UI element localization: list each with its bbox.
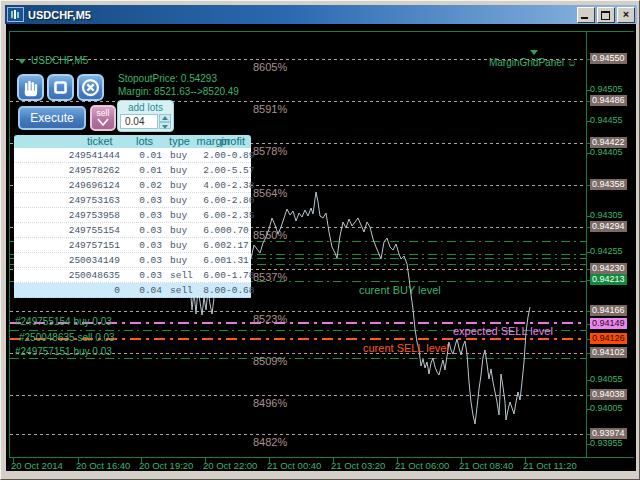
price-label: 0.94358 xyxy=(590,179,627,190)
panel-title: MarginGridPanel ☺ xyxy=(489,57,577,68)
order-line-label: #249757151 buy 0.03 xyxy=(15,346,112,357)
price-label: 0.94213 xyxy=(590,274,627,285)
maximize-icon xyxy=(601,11,610,20)
time-label: 21 Oct 06:00 xyxy=(395,460,449,471)
level-text: curent SELL level xyxy=(363,342,449,354)
price-label: 0.94005 xyxy=(590,403,623,414)
price-label: 0.94294 xyxy=(590,221,627,232)
price-label: 0.94422 xyxy=(590,137,627,148)
price-label: 0.94230 xyxy=(590,263,627,274)
minimize-button[interactable] xyxy=(577,7,595,23)
price-label: 0.93974 xyxy=(590,428,627,439)
level-text: curent BUY level xyxy=(359,284,441,296)
time-label: 20 Oct 2014 xyxy=(11,460,63,471)
percent-label: 8591% xyxy=(253,103,287,115)
chevron-down-icon xyxy=(18,59,26,64)
smiley-icon: ☺ xyxy=(567,57,577,68)
price-label: 0.93955 xyxy=(590,438,623,449)
chart-window-icon xyxy=(7,7,24,22)
percent-label: 8550% xyxy=(253,229,287,241)
level-text: expected SELL level xyxy=(453,325,553,337)
price-label: 0.94149 xyxy=(590,318,627,329)
time-label: 21 Oct 03:20 xyxy=(331,460,385,471)
maximize-button[interactable] xyxy=(597,7,615,23)
price-label: 0.94102 xyxy=(590,347,627,358)
price-label: 0.94486 xyxy=(590,95,627,106)
price-label: 0.94505 xyxy=(590,84,623,95)
app-window: USDCHF,M5 × StopoutPrice: 0.54293 Margin… xyxy=(0,0,640,480)
symbol-label: USDCHF,M5 xyxy=(18,55,88,66)
price-label: 0.94405 xyxy=(590,147,623,158)
percent-label: 8523% xyxy=(253,313,287,325)
price-label: 0.94038 xyxy=(590,389,627,400)
price-label: 0.94305 xyxy=(590,210,623,221)
time-label: 21 Oct 11:20 xyxy=(523,460,577,471)
close-button[interactable]: × xyxy=(617,7,635,23)
chart-client-area: StopoutPrice: 0.54293 Margin: 8521.63-->… xyxy=(6,24,636,471)
percent-label: 8605% xyxy=(253,61,287,73)
time-label: 20 Oct 16:40 xyxy=(76,460,130,471)
percent-label: 8482% xyxy=(253,436,287,448)
time-label: 21 Oct 08:40 xyxy=(459,460,513,471)
price-label: 0.94455 xyxy=(590,115,623,126)
order-line-label: #250048635 sell 0.03 xyxy=(19,332,115,343)
time-label: 20 Oct 22:00 xyxy=(203,460,257,471)
price-label: 0.94255 xyxy=(590,246,623,257)
close-icon: × xyxy=(618,8,634,21)
time-label: 21 Oct 00:40 xyxy=(267,460,321,471)
percent-label: 8578% xyxy=(253,145,287,157)
minimize-icon xyxy=(581,17,588,19)
percent-label: 8509% xyxy=(253,355,287,367)
title-bar[interactable]: USDCHF,M5 × xyxy=(5,5,637,24)
panel-marker-icon xyxy=(530,50,538,55)
window-title: USDCHF,M5 xyxy=(28,9,575,21)
percent-label: 8496% xyxy=(253,397,287,409)
price-label: 0.94126 xyxy=(590,333,627,344)
order-line-label: #249755154 buy 0.03 xyxy=(15,316,112,327)
price-label: 0.94550 xyxy=(590,53,627,64)
price-label: 0.94166 xyxy=(590,305,627,316)
percent-label: 8537% xyxy=(253,271,287,283)
price-label: 0.94055 xyxy=(590,374,623,385)
label-layer: USDCHF,M5 MarginGridPanel ☺ 8605%8591%85… xyxy=(6,24,636,471)
time-label: 20 Oct 19:20 xyxy=(139,460,193,471)
percent-label: 8564% xyxy=(253,187,287,199)
